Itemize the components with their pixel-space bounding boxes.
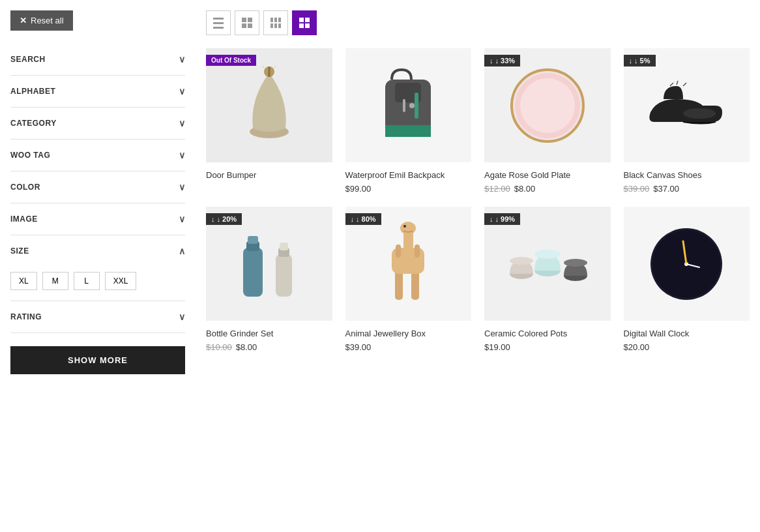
product-price-new-bottle-grinder: $8.00 [236,342,257,352]
grid2-icon [242,18,252,28]
reset-all-button[interactable]: ✕ Reset all [10,10,73,31]
svg-point-13 [683,108,716,119]
list-view-icon [213,18,224,28]
filter-section-woo-tag: WOO TAG∨ [10,140,185,171]
filter-header-image[interactable]: IMAGE∨ [10,203,185,235]
filter-header-alphabet[interactable]: ALPHABET∨ [10,76,185,107]
svg-rect-26 [396,244,401,258]
svg-point-31 [534,250,561,259]
filter-header-woo-tag[interactable]: WOO TAG∨ [10,140,185,171]
product-card-animal-jewellery[interactable]: ↓ 80% Animal Jewellery Box$39.00 [345,207,472,352]
product-price-new-black-canvas-shoes: $37.00 [653,184,679,194]
size-option-m[interactable]: M [42,272,68,290]
filter-header-rating[interactable]: RATING∨ [10,301,185,332]
product-card-black-canvas-shoes[interactable]: ↓ 5% Black Canvas Shoes$39.00$37.00 [624,48,750,194]
filter-header-size[interactable]: SIZE∧ [10,235,185,267]
product-name-black-canvas-shoes: Black Canvas Shoes [624,170,750,180]
chevron-down-icon: ∨ [179,54,186,65]
product-badge-animal-jewellery: ↓ 80% [345,213,381,225]
filter-header-color[interactable]: COLOR∨ [10,171,185,203]
product-card-agate-rose-gold[interactable]: ↓ 33% Agate Rose Gold Plate$12.00$8.00 [484,48,611,194]
product-name-door-bumper: Door Bumper [206,170,332,180]
products-grid: Out Of Stock Door Bumper Waterproof Emil… [206,48,750,352]
filter-label-rating: RATING [10,312,42,321]
filter-label-woo-tag: WOO TAG [10,151,50,160]
product-name-agate-rose-gold: Agate Rose Gold Plate [484,170,611,180]
filter-label-category: CATEGORY [10,119,57,128]
product-card-waterproof-backpack[interactable]: Waterproof Emil Backpack$99.00 [345,48,472,194]
svg-rect-16 [248,236,258,244]
product-image-waterproof-backpack [345,48,472,162]
chevron-down-icon: ∨ [179,118,186,128]
svg-point-7 [409,103,415,108]
product-price-bottle-grinder: $10.00$8.00 [206,342,332,352]
size-options-container: XLMLXXL [10,267,185,301]
product-price-waterproof-backpack: $99.00 [345,184,472,194]
main-content: Out Of Stock Door Bumper Waterproof Emil… [196,0,760,532]
view-list-button[interactable] [206,10,231,35]
product-image-ceramic-pots: ↓ 99% [484,207,611,321]
filter-label-color: COLOR [10,183,40,192]
view-grid3-button[interactable] [235,10,259,35]
grid3-icon [270,18,281,28]
product-image-bottle-grinder: ↓ 20% [206,207,332,321]
product-price-old-bottle-grinder: $10.00 [206,342,232,352]
filter-header-category[interactable]: CATEGORY∨ [10,108,185,139]
product-badge-bottle-grinder: ↓ 20% [206,213,242,225]
product-card-door-bumper[interactable]: Out Of Stock Door Bumper [206,48,332,194]
size-option-xl[interactable]: XL [10,272,37,290]
product-price-black-canvas-shoes: $39.00$37.00 [624,184,750,194]
product-image-visual-waterproof-backpack [345,48,472,162]
svg-rect-14 [243,248,263,297]
size-option-l[interactable]: L [74,272,100,290]
filter-section-color: COLOR∨ [10,171,185,203]
product-name-waterproof-backpack: Waterproof Emil Backpack [345,170,472,180]
filters-container: SEARCH∨ALPHABET∨CATEGORY∨WOO TAG∨COLOR∨I… [10,44,185,333]
product-badge-ceramic-pots: ↓ 99% [484,213,520,225]
product-price-ceramic-pots: $19.00 [484,342,611,352]
product-name-digital-wall-clock: Digital Wall Clock [624,329,750,338]
product-image-agate-rose-gold: ↓ 33% [484,48,611,162]
product-name-bottle-grinder: Bottle Grinder Set [206,329,332,338]
filter-header-search[interactable]: SEARCH∨ [10,44,185,75]
grid4-icon [299,18,310,28]
svg-rect-8 [415,93,418,119]
svg-rect-19 [280,243,288,250]
product-card-ceramic-pots[interactable]: ↓ 99% Ceramic Colored Pots$19.00 [484,207,611,352]
view-grid4b-button[interactable] [292,10,317,35]
reset-label: Reset all [31,16,64,25]
product-image-door-bumper: Out Of Stock [206,48,332,162]
product-image-animal-jewellery: ↓ 80% [345,207,472,321]
show-more-button[interactable]: SHOW MORE [10,346,185,374]
filter-section-alphabet: ALPHABET∨ [10,76,185,108]
filter-label-search: SEARCH [10,55,46,64]
filter-label-size: SIZE [10,246,29,256]
chevron-down-icon: ∨ [179,182,186,192]
svg-rect-4 [385,125,431,137]
svg-point-24 [400,222,416,235]
product-card-digital-wall-clock[interactable]: Digital Wall Clock$20.00 [624,207,750,352]
product-image-visual-digital-wall-clock [624,207,750,321]
filter-label-alphabet: ALPHABET [10,87,55,96]
product-price-new-agate-rose-gold: $8.00 [514,184,536,194]
filter-section-search: SEARCH∨ [10,44,185,76]
filter-label-image: IMAGE [10,214,38,224]
svg-rect-27 [415,244,420,258]
filter-section-size: SIZE∧XLMLXXL [10,235,185,301]
chevron-down-icon: ∨ [179,86,186,96]
svg-point-11 [520,78,575,133]
product-price-old-agate-rose-gold: $12.00 [484,184,510,194]
svg-rect-17 [276,254,292,297]
product-price-animal-jewellery: $39.00 [345,342,472,352]
view-grid4-button[interactable] [263,10,288,35]
chevron-down-icon: ∨ [179,214,186,224]
product-badge-door-bumper: Out Of Stock [206,55,256,66]
svg-point-29 [510,257,533,265]
toolbar [206,10,750,35]
product-badge-agate-rose-gold: ↓ 33% [484,55,520,66]
product-name-ceramic-pots: Ceramic Colored Pots [484,329,611,338]
product-badge-black-canvas-shoes: ↓ 5% [624,55,656,66]
product-card-bottle-grinder[interactable]: ↓ 20% Bottle Grinder Set$10.00$8.00 [206,207,332,352]
size-option-xxl[interactable]: XXL [105,272,137,290]
svg-rect-6 [403,99,405,112]
